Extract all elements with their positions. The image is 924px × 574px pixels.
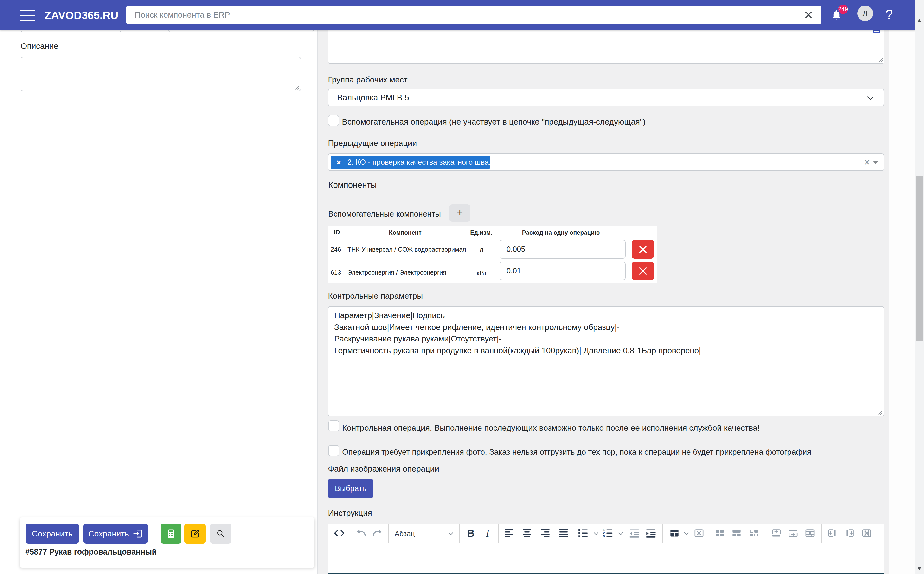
svg-text:3: 3	[603, 534, 605, 538]
